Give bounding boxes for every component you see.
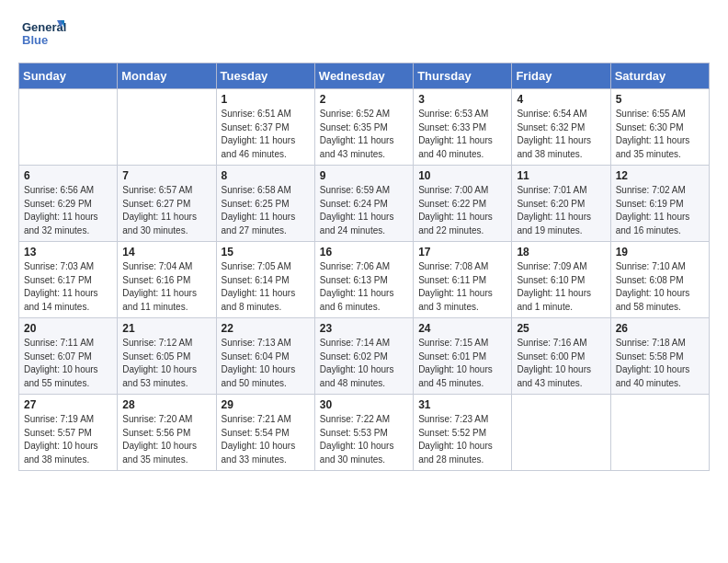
day-content: Sunrise: 7:19 AM Sunset: 5:57 PM Dayligh…	[24, 413, 112, 466]
weekday-header-row: SundayMondayTuesdayWednesdayThursdayFrid…	[19, 63, 710, 89]
logo-svg: GeneralBlue	[22, 17, 68, 53]
day-content: Sunrise: 7:03 AM Sunset: 6:17 PM Dayligh…	[24, 260, 112, 314]
day-number: 17	[418, 246, 506, 259]
day-content: Sunrise: 6:59 AM Sunset: 6:24 PM Dayligh…	[320, 184, 408, 237]
weekday-header-sunday: Sunday	[19, 63, 118, 89]
day-content: Sunrise: 7:22 AM Sunset: 5:53 PM Dayligh…	[320, 413, 408, 466]
day-content: Sunrise: 7:15 AM Sunset: 6:01 PM Dayligh…	[418, 337, 506, 390]
day-content: Sunrise: 6:56 AM Sunset: 6:29 PM Dayligh…	[24, 184, 112, 237]
day-cell: 30Sunrise: 7:22 AM Sunset: 5:53 PM Dayli…	[314, 395, 413, 471]
week-row-2: 6Sunrise: 6:56 AM Sunset: 6:29 PM Daylig…	[19, 166, 710, 242]
day-cell: 12Sunrise: 7:02 AM Sunset: 6:19 PM Dayli…	[610, 166, 709, 242]
svg-text:Blue: Blue	[22, 33, 48, 47]
day-cell	[610, 395, 709, 471]
day-number: 24	[418, 322, 506, 335]
calendar-table: SundayMondayTuesdayWednesdayThursdayFrid…	[18, 63, 710, 471]
day-number: 28	[122, 398, 210, 411]
week-row-1: 1Sunrise: 6:51 AM Sunset: 6:37 PM Daylig…	[19, 89, 710, 166]
day-content: Sunrise: 6:52 AM Sunset: 6:35 PM Dayligh…	[320, 108, 408, 161]
day-number: 9	[320, 169, 408, 182]
day-cell: 31Sunrise: 7:23 AM Sunset: 5:52 PM Dayli…	[414, 395, 512, 471]
day-number: 19	[616, 246, 704, 259]
day-content: Sunrise: 7:13 AM Sunset: 6:04 PM Dayligh…	[222, 337, 310, 390]
day-number: 5	[616, 93, 704, 106]
day-number: 26	[616, 322, 704, 335]
day-cell: 25Sunrise: 7:16 AM Sunset: 6:00 PM Dayli…	[512, 318, 610, 395]
day-cell: 23Sunrise: 7:14 AM Sunset: 6:02 PM Dayli…	[314, 318, 413, 395]
day-content: Sunrise: 7:11 AM Sunset: 6:07 PM Dayligh…	[24, 337, 112, 390]
weekday-header-saturday: Saturday	[610, 63, 709, 89]
weekday-header-thursday: Thursday	[414, 63, 512, 89]
day-cell: 8Sunrise: 6:58 AM Sunset: 6:25 PM Daylig…	[216, 166, 314, 242]
day-cell: 1Sunrise: 6:51 AM Sunset: 6:37 PM Daylig…	[216, 89, 314, 166]
day-content: Sunrise: 7:01 AM Sunset: 6:20 PM Dayligh…	[517, 184, 605, 237]
day-content: Sunrise: 7:10 AM Sunset: 6:08 PM Dayligh…	[616, 260, 704, 314]
day-cell: 19Sunrise: 7:10 AM Sunset: 6:08 PM Dayli…	[610, 242, 709, 318]
day-cell: 29Sunrise: 7:21 AM Sunset: 5:54 PM Dayli…	[216, 395, 314, 471]
day-cell: 26Sunrise: 7:18 AM Sunset: 5:58 PM Dayli…	[610, 318, 709, 395]
day-content: Sunrise: 7:06 AM Sunset: 6:13 PM Dayligh…	[320, 260, 408, 314]
day-number: 2	[320, 93, 408, 106]
day-number: 12	[616, 169, 704, 182]
day-cell: 18Sunrise: 7:09 AM Sunset: 6:10 PM Dayli…	[512, 242, 610, 318]
week-row-5: 27Sunrise: 7:19 AM Sunset: 5:57 PM Dayli…	[19, 395, 710, 471]
day-cell: 11Sunrise: 7:01 AM Sunset: 6:20 PM Dayli…	[512, 166, 610, 242]
day-cell: 28Sunrise: 7:20 AM Sunset: 5:56 PM Dayli…	[118, 395, 216, 471]
day-number: 27	[24, 398, 112, 411]
day-number: 22	[222, 322, 310, 335]
day-content: Sunrise: 7:21 AM Sunset: 5:54 PM Dayligh…	[222, 413, 310, 466]
day-number: 29	[222, 398, 310, 411]
day-number: 20	[24, 322, 112, 335]
day-content: Sunrise: 7:23 AM Sunset: 5:52 PM Dayligh…	[418, 413, 506, 466]
day-content: Sunrise: 7:02 AM Sunset: 6:19 PM Dayligh…	[616, 184, 704, 237]
day-content: Sunrise: 7:16 AM Sunset: 6:00 PM Dayligh…	[517, 337, 605, 390]
day-content: Sunrise: 6:51 AM Sunset: 6:37 PM Dayligh…	[222, 108, 310, 161]
day-cell: 15Sunrise: 7:05 AM Sunset: 6:14 PM Dayli…	[216, 242, 314, 318]
weekday-header-tuesday: Tuesday	[216, 63, 314, 89]
day-number: 21	[122, 322, 210, 335]
day-cell: 17Sunrise: 7:08 AM Sunset: 6:11 PM Dayli…	[414, 242, 512, 318]
day-content: Sunrise: 6:57 AM Sunset: 6:27 PM Dayligh…	[122, 184, 210, 237]
day-number: 25	[517, 322, 605, 335]
day-content: Sunrise: 7:12 AM Sunset: 6:05 PM Dayligh…	[122, 337, 210, 390]
day-cell: 24Sunrise: 7:15 AM Sunset: 6:01 PM Dayli…	[414, 318, 512, 395]
week-row-3: 13Sunrise: 7:03 AM Sunset: 6:17 PM Dayli…	[19, 242, 710, 318]
day-cell: 7Sunrise: 6:57 AM Sunset: 6:27 PM Daylig…	[118, 166, 216, 242]
day-cell: 4Sunrise: 6:54 AM Sunset: 6:32 PM Daylig…	[512, 89, 610, 166]
day-content: Sunrise: 7:05 AM Sunset: 6:14 PM Dayligh…	[222, 260, 310, 314]
day-number: 11	[517, 169, 605, 182]
day-number: 18	[517, 246, 605, 259]
day-content: Sunrise: 7:04 AM Sunset: 6:16 PM Dayligh…	[122, 260, 210, 314]
logo: GeneralBlue	[22, 17, 68, 53]
day-cell: 3Sunrise: 6:53 AM Sunset: 6:33 PM Daylig…	[414, 89, 512, 166]
day-number: 7	[122, 169, 210, 182]
day-content: Sunrise: 7:09 AM Sunset: 6:10 PM Dayligh…	[517, 260, 605, 314]
day-number: 8	[222, 169, 310, 182]
day-number: 15	[222, 246, 310, 259]
day-number: 23	[320, 322, 408, 335]
week-row-4: 20Sunrise: 7:11 AM Sunset: 6:07 PM Dayli…	[19, 318, 710, 395]
day-cell: 13Sunrise: 7:03 AM Sunset: 6:17 PM Dayli…	[19, 242, 118, 318]
day-cell: 27Sunrise: 7:19 AM Sunset: 5:57 PM Dayli…	[19, 395, 118, 471]
day-number: 31	[418, 398, 506, 411]
day-cell: 21Sunrise: 7:12 AM Sunset: 6:05 PM Dayli…	[118, 318, 216, 395]
day-number: 1	[222, 93, 310, 106]
day-cell: 16Sunrise: 7:06 AM Sunset: 6:13 PM Dayli…	[314, 242, 413, 318]
day-content: Sunrise: 6:53 AM Sunset: 6:33 PM Dayligh…	[418, 108, 506, 161]
day-cell: 20Sunrise: 7:11 AM Sunset: 6:07 PM Dayli…	[19, 318, 118, 395]
day-content: Sunrise: 7:00 AM Sunset: 6:22 PM Dayligh…	[418, 184, 506, 237]
weekday-header-monday: Monday	[118, 63, 216, 89]
day-content: Sunrise: 7:20 AM Sunset: 5:56 PM Dayligh…	[122, 413, 210, 466]
day-number: 4	[517, 93, 605, 106]
day-number: 10	[418, 169, 506, 182]
day-cell: 6Sunrise: 6:56 AM Sunset: 6:29 PM Daylig…	[19, 166, 118, 242]
day-number: 6	[24, 169, 112, 182]
page-header: GeneralBlue	[0, 0, 728, 63]
day-content: Sunrise: 6:58 AM Sunset: 6:25 PM Dayligh…	[222, 184, 310, 237]
weekday-header-wednesday: Wednesday	[314, 63, 413, 89]
day-cell: 9Sunrise: 6:59 AM Sunset: 6:24 PM Daylig…	[314, 166, 413, 242]
day-cell: 14Sunrise: 7:04 AM Sunset: 6:16 PM Dayli…	[118, 242, 216, 318]
day-content: Sunrise: 7:14 AM Sunset: 6:02 PM Dayligh…	[320, 337, 408, 390]
day-content: Sunrise: 6:54 AM Sunset: 6:32 PM Dayligh…	[517, 108, 605, 161]
day-content: Sunrise: 7:08 AM Sunset: 6:11 PM Dayligh…	[418, 260, 506, 314]
